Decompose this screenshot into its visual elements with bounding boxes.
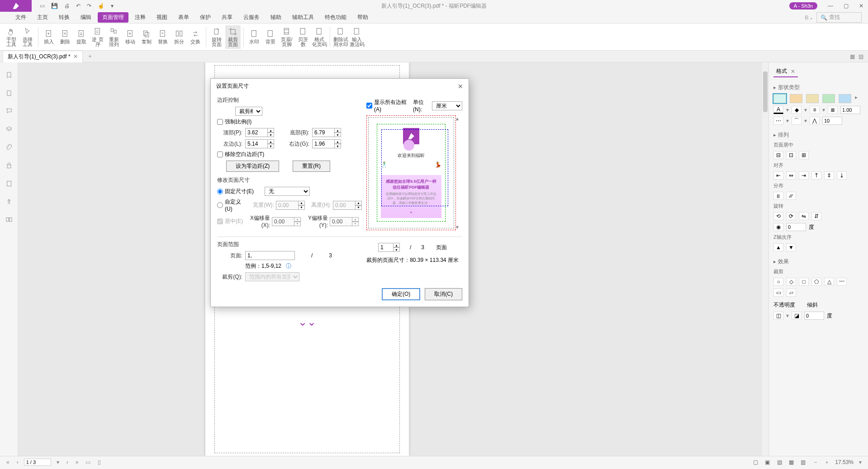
zero-margin-button[interactable]: 设为零边距(Z) (226, 161, 279, 172)
opacity-icon[interactable]: ◫ (773, 312, 783, 320)
ribbon-replace[interactable]: 替换 (155, 25, 171, 49)
bookmark-icon[interactable] (5, 71, 13, 79)
unit-select[interactable]: 厘米 (432, 101, 462, 110)
crop-shape-5[interactable]: △ (824, 278, 834, 286)
zoom-dropdown[interactable]: ▾ (857, 459, 863, 465)
align-middle-button[interactable]: ⇕ (824, 171, 834, 180)
cap-button[interactable]: ⌒ (792, 117, 802, 125)
tilt-input[interactable] (804, 312, 824, 320)
ribbon-hand-tool[interactable]: 手型 工具 (4, 25, 19, 49)
ribbon-move[interactable]: 移动 (123, 25, 138, 49)
first-page-button[interactable]: « (5, 459, 11, 465)
right-up[interactable]: ▲ (335, 139, 341, 144)
zoom-out-button[interactable]: − (812, 459, 819, 465)
preview-page-up[interactable]: ▲ (394, 243, 400, 247)
panel-toggle-icon[interactable]: ▤ (859, 53, 863, 60)
flip-h-button[interactable]: ⇋ (799, 212, 809, 220)
swatch-more-icon[interactable]: ▸ (855, 94, 858, 103)
ribbon-header-footer[interactable]: 页眉/ 页脚 (279, 25, 294, 49)
menu-cloud[interactable]: 云服务 (239, 12, 264, 23)
distribute-v-button[interactable]: ⫻ (786, 192, 796, 200)
left-input[interactable] (245, 139, 268, 148)
box-type-select[interactable]: 裁剪框 (235, 107, 262, 116)
compare-icon[interactable] (5, 216, 13, 223)
dash-button[interactable]: ⋯ (773, 117, 783, 125)
swatch-4[interactable] (822, 94, 835, 103)
ribbon-page-number[interactable]: 格式 化页码 (312, 25, 327, 49)
crop-shape-2[interactable]: ◇ (786, 278, 796, 286)
security-icon[interactable] (5, 162, 13, 169)
align-top-button[interactable]: ⤒ (811, 171, 821, 180)
menu-assist[interactable]: 辅助 (266, 12, 286, 23)
ribbon-swap[interactable]: 交换 (188, 25, 203, 49)
print-icon[interactable]: 🖨 (64, 3, 70, 9)
grid-view-icon[interactable]: ▦ (850, 53, 855, 60)
ribbon-activation-code[interactable]: 输入 激活码 (349, 25, 365, 49)
fixed-size-select[interactable]: 无 (265, 187, 310, 196)
page-number-input[interactable] (24, 459, 51, 466)
pages-icon[interactable] (5, 90, 13, 97)
top-down[interactable]: ▼ (268, 133, 274, 137)
swatch-5[interactable] (839, 94, 851, 103)
redo-icon[interactable]: ↷ (87, 3, 91, 9)
layers-icon[interactable] (5, 126, 13, 133)
rotate-right-button[interactable]: ⟳ (786, 212, 796, 220)
next-page-button[interactable]: › (65, 459, 70, 465)
undo-icon[interactable]: ↶ (76, 3, 81, 9)
angle-input[interactable] (786, 223, 806, 231)
crop-shape-1[interactable]: ○ (773, 278, 783, 286)
menu-comment[interactable]: 注释 (130, 12, 150, 23)
swatch-3[interactable] (806, 94, 819, 103)
page-dropdown[interactable]: ▾ (55, 459, 61, 465)
cancel-button[interactable]: 取消(C) (425, 288, 462, 300)
info-icon[interactable]: ⓘ (286, 262, 291, 270)
custom-size-radio[interactable] (217, 202, 223, 208)
fill-button[interactable]: ◆ (792, 106, 802, 114)
page-range-input[interactable] (245, 251, 295, 260)
close-button[interactable]: ✕ (854, 0, 868, 12)
menu-search[interactable]: 🔍 查找 (816, 12, 862, 23)
ribbon-delete[interactable]: 删除 (57, 25, 73, 49)
maximize-button[interactable]: ▢ (839, 0, 853, 12)
ribbon-background[interactable]: 背景 (263, 25, 278, 49)
ribbon-bates[interactable]: 贝茨 数 (295, 25, 311, 49)
document-tab[interactable]: 新人引导(1)_OCR(3).pdf * ✕ (3, 51, 83, 62)
comment-icon[interactable] (5, 108, 13, 115)
last-page-button[interactable]: » (74, 459, 81, 465)
ribbon-extract[interactable]: 提取 (74, 25, 89, 49)
top-input[interactable] (245, 128, 268, 137)
flip-v-button[interactable]: ⇵ (811, 212, 821, 220)
menu-page-management[interactable]: 页面管理 (98, 12, 128, 23)
join-button[interactable]: ⋀ (810, 117, 820, 125)
ribbon-remove-trial-watermark[interactable]: 删除试 用水印 (333, 25, 348, 49)
menu-features[interactable]: 特色功能 (320, 12, 351, 23)
menu-protect[interactable]: 保护 (195, 12, 215, 23)
font-color-button[interactable]: A (773, 106, 783, 114)
center-v-button[interactable]: ⊡ (786, 151, 796, 159)
layout-icons[interactable]: ▢ ▣ ▤ ▦ ▥ (753, 459, 808, 465)
reset-button[interactable]: 重置(R) (293, 161, 330, 172)
menu-home[interactable]: 主页 (33, 12, 52, 23)
close-tab-icon[interactable]: ✕ (73, 53, 78, 60)
distribute-h-button[interactable]: ⫼ (773, 192, 783, 200)
tilt-icon[interactable]: ◪ (792, 312, 802, 320)
crop-shape-8[interactable]: ▱ (786, 289, 796, 297)
attachment-icon[interactable] (5, 144, 13, 151)
menu-view[interactable]: 视图 (152, 12, 172, 23)
show-all-boxes-checkbox[interactable] (366, 103, 372, 109)
line-width-input[interactable] (840, 106, 860, 114)
ribbon-rearrange[interactable]: 重新 排列 (106, 25, 122, 49)
menu-form[interactable]: 表单 (174, 12, 194, 23)
bottom-down[interactable]: ▼ (335, 133, 341, 137)
crop-shape-7[interactable]: ▭ (773, 289, 783, 297)
miter-input[interactable] (822, 117, 842, 125)
top-up[interactable]: ▲ (268, 128, 274, 133)
close-panel-icon[interactable]: ✕ (791, 68, 795, 75)
menu-convert[interactable]: 转换 (54, 12, 74, 23)
ribbon-insert[interactable]: 插入 (41, 25, 57, 49)
crop-shape-3[interactable]: □ (799, 278, 809, 286)
rotate-left-button[interactable]: ⟲ (773, 212, 783, 220)
preview-scroll-up[interactable]: ▴ (456, 115, 462, 122)
menu-edit[interactable]: 编辑 (76, 12, 96, 23)
ribbon-duplicate[interactable]: 复制 (139, 25, 154, 49)
